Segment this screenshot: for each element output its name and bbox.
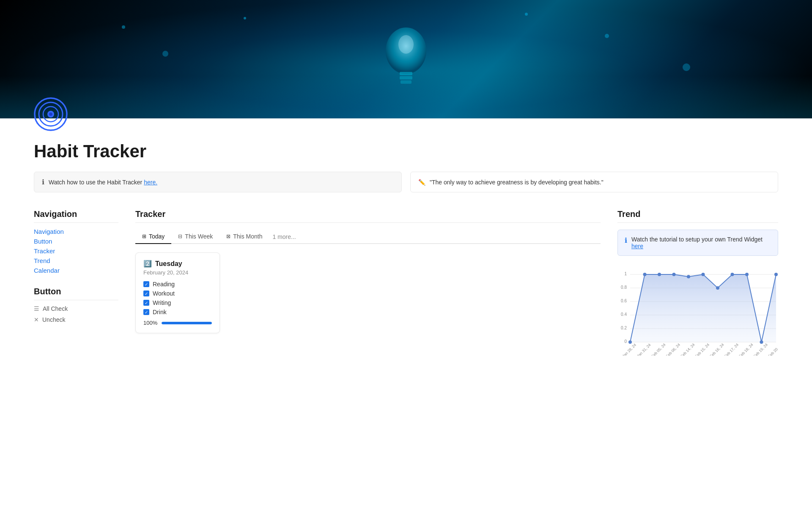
svg-text:0: 0 [624, 339, 627, 344]
chart-dot [628, 340, 632, 344]
day-name: Tuesday [155, 260, 182, 268]
chart-dot [745, 273, 749, 276]
chart-dot [702, 273, 705, 276]
svg-text:Feb 06, 24: Feb 06, 24 [665, 343, 681, 356]
chart-dot [716, 286, 719, 290]
tutorial-link[interactable]: here. [144, 179, 157, 186]
info-banner-tutorial: ℹ Watch how to use the Habit Tracker her… [34, 172, 402, 192]
info-banner-text: Watch how to use the Habit Tracker here. [49, 179, 157, 186]
svg-text:0.4: 0.4 [621, 312, 627, 317]
tracker-tabs: ⊞ Today ⊟ This Week ⊠ This Month 1 more.… [135, 230, 601, 244]
trend-chart-svg: 0 0.2 0.4 0.6 0.8 1 [617, 263, 778, 356]
checklist-icon: ☰ [34, 305, 39, 312]
page-icon-area [0, 97, 812, 131]
bubble [244, 17, 246, 19]
progress-bar-fill [162, 322, 212, 324]
trend-info-banner: ℹ Watch the tutorial to setup your own T… [617, 230, 778, 256]
svg-text:Feb 20, 24: Feb 20, 24 [767, 343, 778, 356]
bubble [162, 51, 168, 57]
svg-text:Feb 14, 24: Feb 14, 24 [680, 343, 695, 356]
navigation-heading: Navigation [34, 209, 118, 223]
habit-reading: Reading [143, 281, 212, 288]
button-section: Button ☰ All Check ✕ Uncheck [34, 287, 118, 323]
uncheck-button[interactable]: ✕ Uncheck [34, 316, 118, 323]
svg-text:Jan 31, 24: Jan 31, 24 [636, 343, 652, 356]
habit-reading-label: Reading [153, 281, 175, 288]
habit-writing: Writing [143, 299, 212, 306]
svg-text:Feb 18, 24: Feb 18, 24 [738, 343, 754, 356]
page-icon [34, 97, 68, 131]
habit-drink: Drink [143, 309, 212, 315]
chart-dot [731, 273, 734, 276]
tab-today-label: Today [149, 233, 165, 240]
tab-this-week[interactable]: ⊟ This Week [171, 230, 219, 244]
habit-writing-checkbox[interactable] [143, 300, 149, 306]
info-banners: ℹ Watch how to use the Habit Tracker her… [34, 172, 778, 192]
tab-this-month[interactable]: ⊠ This Month [219, 230, 269, 244]
bubble [683, 63, 690, 71]
progress-row: 100% [143, 320, 212, 326]
habit-workout-checkbox[interactable] [143, 290, 149, 296]
habit-writing-label: Writing [153, 299, 171, 306]
tab-today[interactable]: ⊞ Today [135, 230, 171, 244]
nav-link-button[interactable]: Button [34, 238, 118, 245]
chart-dot [687, 275, 690, 278]
tracker-section: Tracker ⊞ Today ⊟ This Week ⊠ This Month… [135, 209, 601, 333]
tab-week-icon: ⊟ [178, 233, 182, 239]
more-tabs-link[interactable]: 1 more... [269, 230, 299, 244]
tracker-date: February 20, 2024 [143, 269, 212, 276]
chart-dot [760, 340, 763, 344]
bubble [122, 25, 125, 29]
habit-reading-checkbox[interactable] [143, 281, 149, 287]
x-icon: ✕ [34, 316, 39, 323]
main-content: Habit Tracker ℹ Watch how to use the Hab… [0, 131, 812, 373]
info-icon: ℹ [42, 178, 44, 186]
svg-point-4 [398, 35, 414, 54]
button-section-heading: Button [34, 287, 118, 300]
quote-text: "The only way to achieve greatness is by… [430, 179, 604, 186]
trend-info-text: Watch the tutorial to setup your own Tre… [631, 236, 771, 249]
uncheck-label: Uncheck [42, 316, 65, 323]
nav-links: Navigation Button Tracker Trend Calendar [34, 228, 118, 274]
svg-text:Feb 05, 24: Feb 05, 24 [650, 343, 666, 356]
svg-text:Feb 19, 24: Feb 19, 24 [753, 343, 768, 356]
svg-text:1: 1 [624, 271, 627, 276]
bubble [525, 13, 528, 16]
bullseye-icon [34, 97, 68, 131]
tab-month-label: This Month [233, 233, 262, 240]
svg-text:0.8: 0.8 [621, 285, 627, 290]
svg-text:Feb 15, 24: Feb 15, 24 [694, 343, 710, 356]
tab-today-icon: ⊞ [142, 233, 146, 239]
tracker-heading: Tracker [135, 209, 601, 223]
habit-drink-label: Drink [153, 309, 167, 315]
progress-label: 100% [143, 320, 157, 326]
tracker-day: 2️⃣ Tuesday [143, 260, 212, 268]
nav-link-trend[interactable]: Trend [34, 257, 118, 264]
habit-drink-checkbox[interactable] [143, 309, 149, 315]
tab-month-icon: ⊠ [226, 233, 230, 239]
chart-dot [643, 273, 647, 276]
nav-link-calendar[interactable]: Calendar [34, 267, 118, 274]
all-check-button[interactable]: ☰ All Check [34, 305, 118, 312]
svg-text:0.2: 0.2 [621, 326, 627, 330]
nav-link-tracker[interactable]: Tracker [34, 247, 118, 255]
chart-dot [658, 273, 661, 276]
nav-link-navigation[interactable]: Navigation [34, 228, 118, 235]
svg-point-9 [49, 112, 52, 116]
page-title: Habit Tracker [34, 141, 778, 162]
trend-heading: Trend [617, 209, 778, 223]
left-column: Navigation Navigation Button Tracker Tre… [34, 209, 118, 323]
trend-info-icon: ℹ [625, 236, 627, 244]
bubble [605, 34, 609, 38]
chart-dot [774, 273, 778, 276]
all-check-label: All Check [43, 305, 68, 312]
svg-text:Jan 28, 24: Jan 28, 24 [621, 343, 637, 356]
quote-emoji: ✏️ [418, 179, 425, 186]
day-emoji: 2️⃣ [143, 260, 152, 268]
trend-tutorial-link[interactable]: here [631, 243, 643, 249]
svg-text:Feb 17, 24: Feb 17, 24 [724, 343, 739, 356]
svg-text:0.6: 0.6 [621, 299, 627, 303]
svg-rect-1 [400, 72, 412, 75]
trend-section: Trend ℹ Watch the tutorial to setup your… [617, 209, 778, 356]
svg-text:Feb 16, 24: Feb 16, 24 [709, 343, 724, 356]
